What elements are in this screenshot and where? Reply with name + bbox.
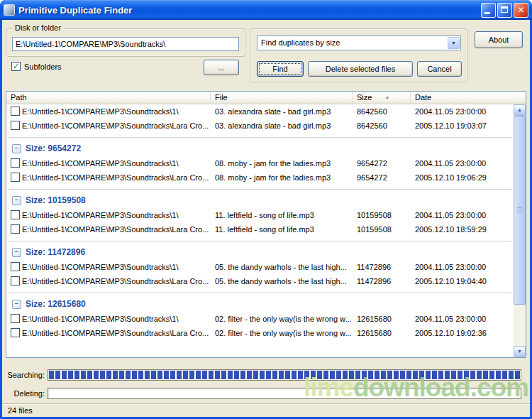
disk-folder-label: Disk or folder [12,23,64,32]
collapse-icon[interactable]: − [12,144,21,153]
row-path: E:\Untitled-1\COMPARE\MP3\Soundtracks\1\ [22,107,211,116]
row-file: 05. the dandy warhols - the last high... [211,263,353,271]
group-size-label: Size: 9654272 [26,143,81,153]
row-file: 08. moby - jam for the ladies.mp3 [211,159,353,168]
path-input[interactable] [12,37,239,51]
row-checkbox[interactable] [11,328,20,337]
row-size: 12615680 [353,329,411,337]
column-header-date[interactable]: Date [411,92,526,104]
row-date: 2005.12.10 18:59:29 [411,225,514,234]
combo-dropdown-button[interactable]: ▼ [448,37,460,49]
row-path: E:\Untitled-1\COMPARE\MP3\Soundtracks\La… [22,225,211,234]
subfolders-label: Subfolders [24,62,62,71]
checkbox-cell [6,121,22,131]
row-path: E:\Untitled-1\COMPARE\MP3\Soundtracks\1\ [22,159,211,168]
row-path: E:\Untitled-1\COMPARE\MP3\Soundtracks\1\ [22,211,211,219]
delete-selected-button[interactable]: Delete selected files [308,61,413,77]
row-file: 03. alexandra slate - bad girl.mp3 [211,107,353,116]
row-path: E:\Untitled-1\COMPARE\MP3\Soundtracks\1\ [22,263,211,271]
row-file: 02. filter - the only way(is the wrong w… [211,315,353,323]
row-checkbox[interactable] [11,276,20,285]
about-button[interactable]: About [475,31,523,48]
column-label-date: Date [415,93,431,102]
group-header: − Size: 10159508 [8,189,512,208]
group-header: − Size: 11472896 [8,241,512,260]
scrollbar-thumb[interactable] [514,116,526,305]
scroll-down-button[interactable]: ▼ [514,346,526,357]
row-checkbox[interactable] [11,158,20,168]
checkbox-cell [6,107,22,117]
row-date: 2005.12.10 19:06:29 [411,173,514,182]
row-checkbox[interactable] [11,210,20,219]
column-label-size: Size [357,93,372,102]
subfolders-checkbox[interactable]: ✓ [11,62,21,71]
checkbox-cell [6,173,22,183]
column-header-size[interactable]: Size▲ [353,92,411,104]
titlebar[interactable]: Primitive Duplicate Finder ✕ [0,0,532,20]
collapse-icon[interactable]: − [12,248,21,257]
row-path: E:\Untitled-1\COMPARE\MP3\Soundtracks\1\ [22,315,211,323]
browse-button[interactable]: ... [204,60,239,75]
table-row[interactable]: E:\Untitled-1\COMPARE\MP3\Soundtracks\1\… [6,260,514,274]
cancel-button[interactable]: Cancel [417,61,462,77]
row-size: 10159508 [353,225,411,234]
searching-progress-fill [49,371,520,379]
row-checkbox[interactable] [11,314,20,323]
table-row[interactable]: E:\Untitled-1\COMPARE\MP3\Soundtracks\1\… [6,208,514,222]
deleting-label: Deleting: [5,389,45,398]
close-icon: ✕ [514,4,528,17]
table-row[interactable]: E:\Untitled-1\COMPARE\MP3\Soundtracks\1\… [6,312,514,326]
duplicate-mode-value: Find duplicates by size [261,38,340,47]
row-date: 2004.11.05 23:00:00 [411,107,514,116]
table-row[interactable]: E:\Untitled-1\COMPARE\MP3\Soundtracks\La… [6,326,514,340]
column-label-path: Path [11,93,27,102]
table-row[interactable]: E:\Untitled-1\COMPARE\MP3\Soundtracks\La… [6,274,514,288]
close-button[interactable]: ✕ [514,3,528,18]
row-date: 2004.11.05 23:00:00 [411,263,514,271]
row-checkbox[interactable] [11,224,20,234]
status-bar: 24 files [2,403,530,417]
status-text: 24 files [8,406,33,415]
minimize-button[interactable] [481,3,496,18]
row-checkbox[interactable] [11,173,20,182]
row-size: 11472896 [353,263,411,271]
table-row[interactable]: E:\Untitled-1\COMPARE\MP3\Soundtracks\1\… [6,156,514,170]
vertical-scrollbar[interactable]: ▲ ▼ [514,104,526,357]
scroll-up-button[interactable]: ▲ [514,104,526,116]
maximize-button[interactable] [497,3,512,18]
table-row[interactable]: E:\Untitled-1\COMPARE\MP3\Soundtracks\La… [6,222,514,236]
list-body: E:\Untitled-1\COMPARE\MP3\Soundtracks\1\… [6,104,514,357]
arrow-up-icon: ▲ [514,105,525,115]
maximize-icon [501,6,508,13]
sort-ascending-icon: ▲ [384,94,389,99]
find-button[interactable]: Find [257,61,304,77]
searching-progressbar [48,369,521,381]
row-checkbox[interactable] [11,262,20,271]
collapse-icon[interactable]: − [12,196,21,205]
row-path: E:\Untitled-1\COMPARE\MP3\Soundtracks\La… [22,173,211,182]
group-header: − Size: 9654272 [8,137,512,156]
subfolders-option[interactable]: ✓ Subfolders [11,62,62,71]
client-area: Disk or folder ✓ Subfolders ... Find dup… [2,20,530,417]
row-path: E:\Untitled-1\COMPARE\MP3\Soundtracks\La… [22,121,211,130]
window-title: Primitive Duplicate Finder [18,5,480,16]
column-header-file[interactable]: File [211,92,353,104]
row-date: 2004.11.05 23:00:00 [411,315,514,323]
row-file: 11. leftfield - song of life.mp3 [211,211,353,219]
collapse-icon[interactable]: − [12,300,21,309]
row-path: E:\Untitled-1\COMPARE\MP3\Soundtracks\La… [22,329,211,337]
column-header-path[interactable]: Path [6,92,211,104]
row-file: 11. leftfield - song of life.mp3 [211,225,353,234]
duplicate-mode-select[interactable]: Find duplicates by size ▼ [257,36,461,50]
table-row[interactable]: E:\Untitled-1\COMPARE\MP3\Soundtracks\1\… [6,104,514,119]
group-header: − Size: 12615680 [8,293,512,312]
row-date: 2005.12.10 19:03:07 [411,121,514,130]
row-checkbox[interactable] [11,121,20,130]
table-row[interactable]: E:\Untitled-1\COMPARE\MP3\Soundtracks\La… [6,119,514,133]
minimize-icon [484,12,490,14]
group-size-label: Size: 10159508 [26,195,86,205]
checkbox-cell [6,158,22,169]
row-checkbox[interactable] [11,107,20,116]
table-row[interactable]: E:\Untitled-1\COMPARE\MP3\Soundtracks\La… [6,170,514,185]
row-file: 08. moby - jam for the ladies.mp3 [211,173,353,182]
